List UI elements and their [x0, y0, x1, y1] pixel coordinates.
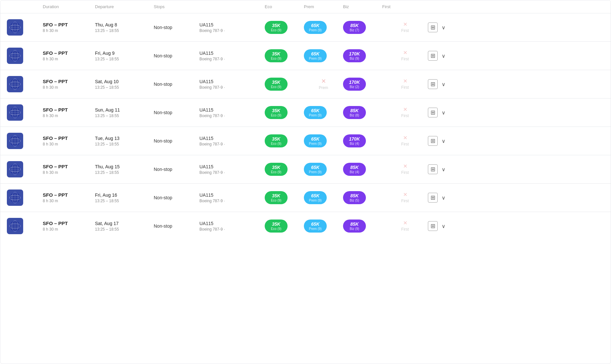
route-info: SFO – PPT 8 h 30 m: [43, 164, 95, 175]
expand-button[interactable]: ∨: [440, 80, 447, 89]
eco-cell: 35K Eco (9): [265, 106, 304, 119]
flight-number: UA115: [199, 107, 265, 113]
route-info: SFO – PPT 8 h 30 m: [43, 135, 95, 146]
biz-badge[interactable]: 85K Biz (7): [343, 21, 366, 34]
expand-button[interactable]: ∨: [440, 108, 447, 117]
flight-number: UA115: [199, 192, 265, 198]
departure-time: 13:25 – 18:55: [95, 28, 154, 33]
biz-cell: 170K Biz (4): [343, 134, 382, 147]
biz-badge[interactable]: 170K Biz (4): [343, 134, 366, 147]
aircraft-label: Boeing 787-9 ·: [199, 170, 265, 175]
table-header: Duration Departure Stops Eco Prem Biz Fi…: [0, 0, 611, 13]
table-row: SFO – PPT 8 h 30 m Thu, Aug 15 13:25 – 1…: [0, 155, 611, 184]
eco-badge[interactable]: 35K Eco (9): [265, 21, 288, 34]
prem-badge[interactable]: 65K Prem (9): [304, 49, 327, 62]
prem-badge[interactable]: 65K Prem (9): [304, 163, 327, 176]
biz-badge[interactable]: 170K Biz (9): [343, 49, 366, 62]
row-actions: ⊞ ∨: [428, 23, 454, 32]
prem-badge[interactable]: 65K Prem (9): [304, 21, 327, 34]
flight-number: UA115: [199, 22, 265, 27]
stops-cell: Non-stop: [154, 110, 199, 115]
add-button[interactable]: ⊞: [428, 51, 438, 61]
eco-badge[interactable]: 35K Eco (9): [265, 163, 288, 176]
prem-unavailable: ✕ Prem: [304, 78, 343, 90]
expand-button[interactable]: ∨: [440, 165, 447, 174]
departure-info: Thu, Aug 15 13:25 – 18:55: [95, 164, 154, 175]
route-label: SFO – PPT: [43, 164, 95, 169]
prem-cell: 65K Prem (9): [304, 191, 343, 204]
eco-badge[interactable]: 35K Eco (9): [265, 191, 288, 204]
expand-button[interactable]: ∨: [440, 23, 447, 32]
flight-info: UA115 Boeing 787-9 ·: [199, 164, 265, 175]
airline-logo: [7, 48, 23, 64]
prem-badge[interactable]: 65K Prem (9): [304, 134, 327, 147]
eco-badge[interactable]: 35K Eco (9): [265, 78, 288, 91]
biz-badge[interactable]: 170K Biz (2): [343, 78, 366, 91]
route-label: SFO – PPT: [43, 220, 95, 226]
airline-logo: [7, 161, 23, 177]
first-unavailable: ✕ First: [382, 192, 428, 203]
eco-badge[interactable]: 35K Eco (9): [265, 134, 288, 147]
route-label: SFO – PPT: [43, 135, 95, 141]
row-actions: ⊞ ∨: [428, 164, 454, 174]
header-departure: Departure: [95, 4, 154, 9]
add-button[interactable]: ⊞: [428, 193, 438, 203]
departure-date: Thu, Aug 8: [95, 22, 154, 27]
table-row: SFO – PPT 8 h 30 m Tue, Aug 13 13:25 – 1…: [0, 127, 611, 155]
biz-badge[interactable]: 85K Biz (4): [343, 163, 366, 176]
route-label: SFO – PPT: [43, 192, 95, 198]
first-cell: ✕ First: [382, 164, 428, 175]
aircraft-label: Boeing 787-9 ·: [199, 114, 265, 118]
departure-info: Sat, Aug 17 13:25 – 18:55: [95, 221, 154, 232]
departure-time: 13:25 – 18:55: [95, 114, 154, 118]
header-biz: Biz: [343, 4, 382, 9]
flight-info: UA115 Boeing 787-9 ·: [199, 22, 265, 33]
route-label: SFO – PPT: [43, 107, 95, 113]
biz-badge[interactable]: 85K Biz (9): [343, 220, 366, 233]
prem-badge[interactable]: 65K Prem (9): [304, 191, 327, 204]
prem-cell: 65K Prem (9): [304, 49, 343, 62]
eco-badge[interactable]: 35K Eco (9): [265, 220, 288, 233]
departure-info: Thu, Aug 8 13:25 – 18:55: [95, 22, 154, 33]
duration-label: 8 h 30 m: [43, 170, 95, 175]
table-row: SFO – PPT 8 h 30 m Fri, Aug 16 13:25 – 1…: [0, 184, 611, 212]
duration-label: 8 h 30 m: [43, 142, 95, 146]
add-button[interactable]: ⊞: [428, 79, 438, 89]
biz-badge[interactable]: 85K Biz (8): [343, 106, 366, 119]
expand-button[interactable]: ∨: [440, 137, 447, 145]
header-logo: [7, 4, 43, 9]
aircraft-label: Boeing 787-9 ·: [199, 227, 265, 232]
add-button[interactable]: ⊞: [428, 108, 438, 117]
stops-cell: Non-stop: [154, 82, 199, 87]
route-label: SFO – PPT: [43, 50, 95, 56]
prem-badge[interactable]: 65K Prem (9): [304, 220, 327, 233]
add-button[interactable]: ⊞: [428, 221, 438, 231]
biz-cell: 170K Biz (9): [343, 49, 382, 62]
add-button[interactable]: ⊞: [428, 164, 438, 174]
first-unavailable: ✕ First: [382, 50, 428, 61]
departure-time: 13:25 – 18:55: [95, 85, 154, 90]
eco-cell: 35K Eco (9): [265, 191, 304, 204]
eco-cell: 35K Eco (9): [265, 21, 304, 34]
add-button[interactable]: ⊞: [428, 23, 438, 32]
departure-date: Tue, Aug 13: [95, 136, 154, 141]
eco-badge[interactable]: 35K Eco (9): [265, 106, 288, 119]
first-unavailable: ✕ First: [382, 220, 428, 232]
departure-date: Sun, Aug 11: [95, 107, 154, 113]
departure-date: Thu, Aug 15: [95, 164, 154, 169]
expand-button[interactable]: ∨: [440, 52, 447, 60]
eco-cell: 35K Eco (9): [265, 49, 304, 62]
eco-badge[interactable]: 35K Eco (9): [265, 49, 288, 62]
departure-date: Fri, Aug 9: [95, 51, 154, 56]
route-info: SFO – PPT 8 h 30 m: [43, 220, 95, 232]
biz-badge[interactable]: 85K Biz (5): [343, 191, 366, 204]
route-info: SFO – PPT 8 h 30 m: [43, 79, 95, 90]
aircraft-label: Boeing 787-9 ·: [199, 142, 265, 146]
biz-cell: 170K Biz (2): [343, 78, 382, 91]
expand-button[interactable]: ∨: [440, 222, 447, 231]
prem-badge[interactable]: 65K Prem (9): [304, 106, 327, 119]
add-button[interactable]: ⊞: [428, 136, 438, 146]
first-cell: ✕ First: [382, 79, 428, 90]
expand-button[interactable]: ∨: [440, 193, 447, 202]
prem-cell: 65K Prem (9): [304, 220, 343, 233]
